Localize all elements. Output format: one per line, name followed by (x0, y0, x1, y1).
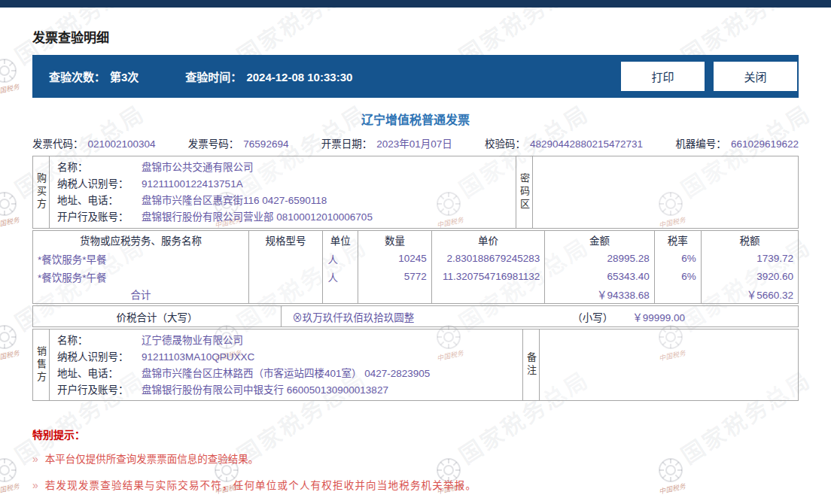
print-button[interactable]: 打印 (621, 62, 705, 91)
invoice-date-value: 2023年01月07日 (376, 138, 452, 150)
notice-bullet-text: 若发现发票查验结果与实际交易不符，任何单位或个人有权拒收并向当地税务机关举报。 (45, 477, 476, 492)
buyer-info: 名称：盘锦市公共交通有限公司 纳税人识别号：91211100122413751A… (50, 156, 516, 228)
buyer-bank-label: 开户行及账号： (57, 209, 142, 225)
invoice-meta-row: 发票代码：021002100304 发票号码：76592694 开票日期：202… (32, 135, 799, 150)
machine-number: 机器编号：661029619622 (675, 135, 799, 150)
item-qty: 10245 (358, 250, 432, 268)
remark-side-label: 备注 (523, 329, 540, 400)
seller-bank-label: 开户行及账号： (57, 382, 142, 398)
empty-cell (431, 286, 545, 304)
check-count-value: 第3次 (110, 71, 138, 83)
item-unit: 人 (323, 250, 358, 268)
items-total-amount: ￥94338.68 (545, 286, 654, 304)
col-tax: 税额 (701, 231, 798, 250)
invoice-date: 开票日期：2023年01月07日 (321, 135, 452, 150)
empty-cell (358, 286, 432, 304)
tax-total-small-label: （小写） (572, 309, 613, 324)
buyer-side-label: 购买方 (33, 156, 50, 228)
item-name: *餐饮服务*早餐 (33, 250, 249, 268)
check-time: 查验时间：2024-12-08 10:33:30 (185, 68, 352, 84)
seller-address-label: 地址、电话： (57, 366, 142, 381)
seller-taxid-row: 纳税人识别号：91211103MA10QPUXXC (57, 349, 515, 365)
seller-taxid-label: 纳税人识别号： (57, 349, 142, 365)
verify-toolbar: 查验次数：第3次 查验时间：2024-12-08 10:33:30 打印 关闭 (32, 55, 799, 98)
chevron-bullet-icon: » (32, 453, 38, 465)
seller-taxid-value: 91211103MA10QPUXXC (142, 349, 254, 365)
item-name: *餐饮服务*午餐 (33, 268, 249, 286)
buyer-address-label: 地址、电话： (57, 193, 142, 208)
item-row: *餐饮服务*午餐 人 5772 11.320754716981132 65343… (33, 268, 799, 286)
buyer-taxid-label: 纳税人识别号： (57, 176, 142, 192)
items-total-row: 合计 ￥94338.68 ￥5660.32 (33, 286, 799, 304)
seller-side-label: 销售方 (33, 329, 50, 400)
password-side-text: 密码区 (517, 173, 531, 211)
tax-total-uppercase: ⊗玖万玖仟玖佰玖拾玖圆整 (292, 309, 414, 324)
items-total-tax: ￥5660.32 (701, 286, 798, 304)
page-title: 发票查验明细 (32, 27, 799, 46)
seller-bank-value: 盘锦银行股份有限公司中银支行 660050130900013827 (142, 382, 388, 398)
seller-address-value: 盘锦市兴隆台区庄林路西（市客运站四楼401室） 0427-2823905 (142, 366, 430, 381)
password-side-label: 密码区 (516, 156, 533, 228)
buyer-side-text: 购买方 (34, 173, 48, 211)
password-area (533, 156, 798, 228)
notice-bullet-text: 本平台仅提供所查询发票票面信息的查验结果。 (45, 451, 259, 466)
invoice-date-label: 开票日期： (321, 138, 373, 150)
buyer-name-row: 名称：盘锦市公共交通有限公司 (57, 159, 508, 175)
empty-cell (248, 286, 323, 304)
machine-number-value: 661029619622 (731, 138, 799, 150)
col-price: 单价 (431, 231, 545, 250)
item-rate: 6% (654, 250, 701, 268)
item-rate: 6% (654, 268, 701, 286)
seller-box: 销售方 名称：辽宁德晟物业有限公司 纳税人识别号：91211103MA10QPU… (32, 329, 799, 401)
item-price: 2.830188679245283 (431, 250, 545, 268)
buyer-bank-row: 开户行及账号：盘锦银行股份有限公司营业部 08100012010006705 (57, 209, 508, 225)
page-content: 发票查验明细 查验次数：第3次 查验时间：2024-12-08 10:33:30… (0, 27, 831, 492)
check-count: 查验次数：第3次 (49, 68, 138, 84)
tax-total-amount: ￥99999.00 (632, 309, 685, 324)
top-navy-bar (0, 0, 831, 8)
items-total-label: 合计 (33, 286, 249, 304)
remark-area (540, 329, 798, 400)
invoice-code-value: 021002100304 (88, 138, 156, 150)
buyer-address-value: 盘锦市兴隆台区惠宾街116 0427-6590118 (142, 193, 327, 208)
item-amount: 28995.28 (545, 250, 654, 268)
col-spec: 规格型号 (248, 231, 323, 250)
item-tax: 1739.72 (701, 250, 798, 268)
buyer-taxid-row: 纳税人识别号：91211100122413751A (57, 176, 508, 192)
check-time-value: 2024-12-08 10:33:30 (246, 71, 352, 83)
seller-name-label: 名称： (57, 332, 142, 348)
invoice-title: 辽宁增值税普通发票 (32, 110, 799, 128)
buyer-name-value: 盘锦市公共交通有限公司 (142, 159, 254, 175)
items-table: 货物或应税劳务、服务名称 规格型号 单位 数量 单价 金额 税率 税额 *餐饮服… (32, 230, 799, 304)
item-row: *餐饮服务*早餐 人 10245 2.830188679245283 28995… (33, 250, 799, 268)
item-spec (248, 268, 323, 286)
seller-name-value: 辽宁德晟物业有限公司 (142, 332, 243, 348)
item-unit: 人 (323, 268, 358, 286)
special-notice: 特别提示： » 本平台仅提供所查询发票票面信息的查验结果。 » 若发现发票查验结… (32, 427, 799, 492)
buyer-address-row: 地址、电话：盘锦市兴隆台区惠宾街116 0427-6590118 (57, 193, 508, 208)
item-spec (248, 250, 323, 268)
notice-bullet: » 若发现发票查验结果与实际交易不符，任何单位或个人有权拒收并向当地税务机关举报… (32, 477, 799, 492)
empty-cell (654, 286, 701, 304)
col-unit: 单位 (323, 231, 358, 250)
tax-total-label: 价税合计（大写） (33, 306, 282, 326)
col-name: 货物或应税劳务、服务名称 (33, 231, 249, 250)
col-rate: 税率 (654, 231, 701, 250)
seller-info: 名称：辽宁德晟物业有限公司 纳税人识别号：91211103MA10QPUXXC … (50, 329, 523, 400)
notice-title: 特别提示： (32, 427, 799, 442)
seller-address-row: 地址、电话：盘锦市兴隆台区庄林路西（市客运站四楼401室） 0427-28239… (57, 366, 515, 381)
check-code-value: 48290442880215472731 (530, 138, 643, 150)
items-header-row: 货物或应税劳务、服务名称 规格型号 单位 数量 单价 金额 税率 税额 (33, 231, 799, 250)
close-button[interactable]: 关闭 (714, 62, 797, 91)
check-code-label: 校验码： (485, 138, 525, 150)
invoice-number-label: 发票号码： (188, 138, 239, 150)
buyer-name-label: 名称： (57, 159, 142, 175)
check-count-label: 查验次数： (49, 71, 105, 83)
seller-name-row: 名称：辽宁德晟物业有限公司 (57, 332, 515, 348)
machine-number-label: 机器编号： (675, 138, 726, 150)
seller-side-text: 销售方 (34, 346, 48, 384)
notice-bullet: » 本平台仅提供所查询发票票面信息的查验结果。 (32, 451, 799, 466)
buyer-bank-value: 盘锦银行股份有限公司营业部 08100012010006705 (142, 209, 373, 225)
buyer-taxid-value: 91211100122413751A (142, 176, 243, 192)
item-amount: 65343.40 (545, 268, 654, 286)
